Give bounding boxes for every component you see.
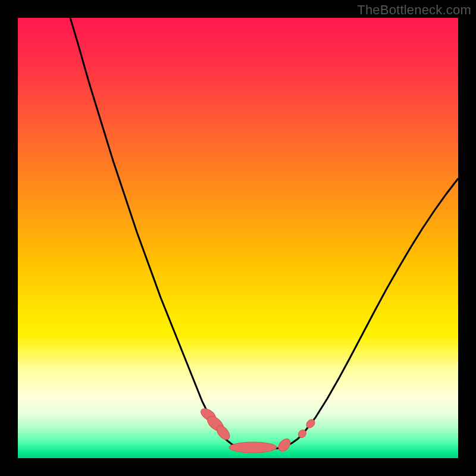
data-markers [199, 406, 317, 453]
curve-layer [18, 18, 458, 458]
plot-area [18, 18, 458, 458]
chart-frame: TheBottleneck.com [0, 0, 476, 476]
right-curve [268, 178, 458, 449]
watermark-text: TheBottleneck.com [357, 2, 471, 18]
marker-right-cluster-1 [276, 437, 293, 454]
left-curve [70, 18, 268, 449]
marker-bottom-run [229, 442, 277, 453]
